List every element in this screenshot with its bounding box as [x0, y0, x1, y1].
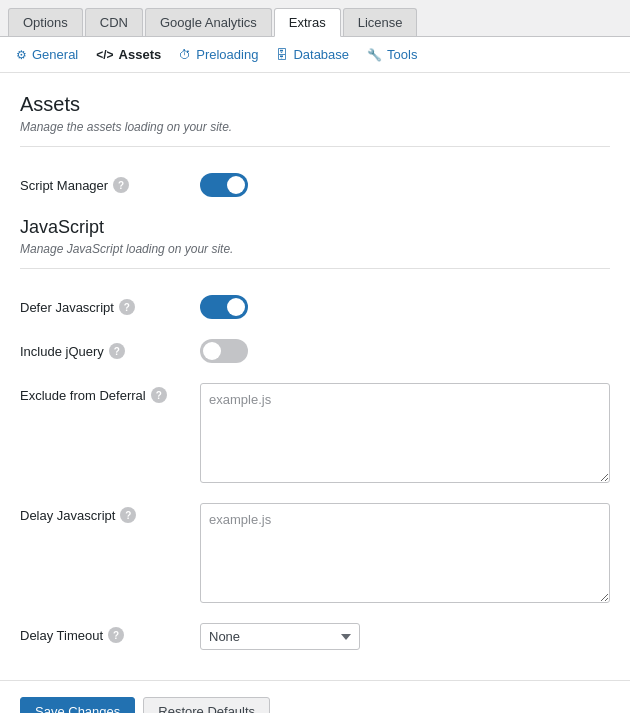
general-icon: ⚙ [16, 48, 27, 62]
subnav-general-label: General [32, 47, 78, 62]
script-manager-help-icon[interactable]: ? [113, 177, 129, 193]
exclude-deferral-control [200, 383, 610, 483]
delay-js-help-icon[interactable]: ? [120, 507, 136, 523]
delay-js-control [200, 503, 610, 603]
exclude-deferral-help-icon[interactable]: ? [151, 387, 167, 403]
delay-js-label: Delay Javascript ? [20, 503, 200, 523]
delay-js-row: Delay Javascript ? [20, 493, 610, 613]
script-manager-thumb [227, 176, 245, 194]
preloading-icon: ⏱ [179, 48, 191, 62]
defer-js-row: Defer Javascript ? [20, 285, 610, 329]
script-manager-row: Script Manager ? [20, 163, 610, 207]
assets-icon: </> [96, 48, 113, 62]
subnav-tools[interactable]: 🔧 Tools [367, 47, 417, 62]
delay-timeout-row: Delay Timeout ? None 2000ms 3000ms 5000m… [20, 613, 610, 660]
save-changes-button[interactable]: Save Changes [20, 697, 135, 713]
content-wrapper: ⚙ General </> Assets ⏱ Preloading 🗄 Data… [0, 37, 630, 713]
footer-buttons: Save Changes Restore Defaults [0, 680, 630, 713]
delay-timeout-select[interactable]: None 2000ms 3000ms 5000ms [200, 623, 360, 650]
defer-js-label: Defer Javascript ? [20, 295, 200, 315]
subnav-preloading-label: Preloading [196, 47, 258, 62]
sub-nav-bar: ⚙ General </> Assets ⏱ Preloading 🗄 Data… [0, 37, 630, 73]
subnav-general[interactable]: ⚙ General [16, 47, 78, 62]
include-jquery-help-icon[interactable]: ? [109, 343, 125, 359]
include-jquery-label: Include jQuery ? [20, 339, 200, 359]
main-content: Assets Manage the assets loading on your… [0, 73, 630, 680]
subnav-assets[interactable]: </> Assets [96, 47, 161, 62]
subnav-assets-label: Assets [119, 47, 162, 62]
subnav-tools-label: Tools [387, 47, 417, 62]
delay-js-textarea[interactable] [200, 503, 610, 603]
delay-timeout-help-icon[interactable]: ? [108, 627, 124, 643]
exclude-deferral-textarea[interactable] [200, 383, 610, 483]
include-jquery-thumb [203, 342, 221, 360]
defer-js-help-icon[interactable]: ? [119, 299, 135, 315]
restore-defaults-button[interactable]: Restore Defaults [143, 697, 270, 713]
js-section-desc: Manage JavaScript loading on your site. [20, 242, 610, 256]
defer-js-thumb [227, 298, 245, 316]
tab-license[interactable]: License [343, 8, 418, 36]
database-icon: 🗄 [276, 48, 288, 62]
js-divider [20, 268, 610, 269]
exclude-deferral-row: Exclude from Deferral ? [20, 373, 610, 493]
tools-icon: 🔧 [367, 48, 382, 62]
include-jquery-toggle[interactable] [200, 339, 248, 363]
script-manager-control [200, 173, 610, 197]
subnav-preloading[interactable]: ⏱ Preloading [179, 47, 258, 62]
tab-extras[interactable]: Extras [274, 8, 341, 37]
include-jquery-row: Include jQuery ? [20, 329, 610, 373]
exclude-deferral-label: Exclude from Deferral ? [20, 383, 200, 403]
assets-divider [20, 146, 610, 147]
js-section-title: JavaScript [20, 217, 610, 238]
script-manager-label: Script Manager ? [20, 173, 200, 193]
tab-cdn[interactable]: CDN [85, 8, 143, 36]
tab-google-analytics[interactable]: Google Analytics [145, 8, 272, 36]
tab-options[interactable]: Options [8, 8, 83, 36]
assets-section-title: Assets [20, 93, 610, 116]
include-jquery-control [200, 339, 610, 363]
defer-js-control [200, 295, 610, 319]
assets-section-desc: Manage the assets loading on your site. [20, 120, 610, 134]
top-tab-bar: Options CDN Google Analytics Extras Lice… [0, 0, 630, 37]
delay-timeout-label: Delay Timeout ? [20, 623, 200, 643]
delay-timeout-control: None 2000ms 3000ms 5000ms [200, 623, 610, 650]
subnav-database[interactable]: 🗄 Database [276, 47, 349, 62]
defer-js-toggle[interactable] [200, 295, 248, 319]
script-manager-toggle[interactable] [200, 173, 248, 197]
subnav-database-label: Database [293, 47, 349, 62]
